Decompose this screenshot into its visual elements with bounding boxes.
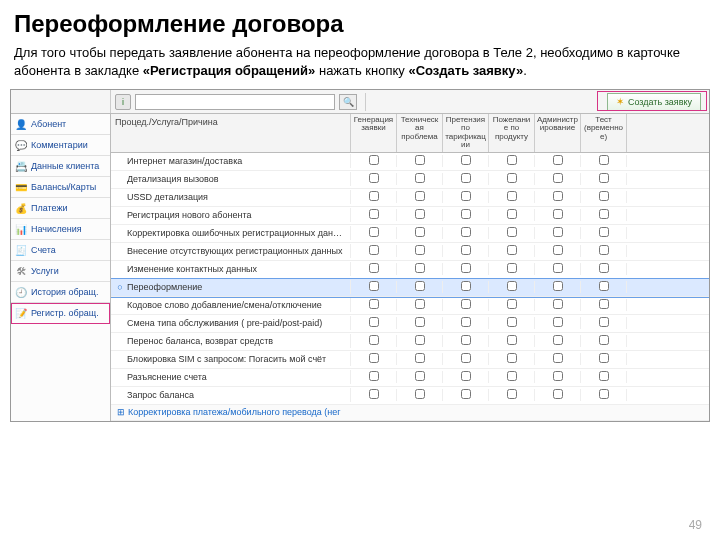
search-input[interactable] <box>135 94 335 110</box>
row-checkbox[interactable] <box>461 227 471 237</box>
row-checkbox[interactable] <box>461 389 471 399</box>
row-checkbox[interactable] <box>553 317 563 327</box>
row-checkbox[interactable] <box>507 335 517 345</box>
row-checkbox[interactable] <box>507 281 517 291</box>
row-checkbox[interactable] <box>415 227 425 237</box>
row-checkbox[interactable] <box>599 299 609 309</box>
row-checkbox[interactable] <box>415 371 425 381</box>
info-button[interactable]: i <box>115 94 131 110</box>
row-checkbox[interactable] <box>553 245 563 255</box>
table-row[interactable]: USSD детализация <box>111 189 709 207</box>
table-row[interactable]: Корректировка ошибочных регистрационных … <box>111 225 709 243</box>
row-checkbox[interactable] <box>369 173 379 183</box>
row-checkbox[interactable] <box>507 299 517 309</box>
sidebar-item-5[interactable]: 📊Начисления <box>11 219 110 240</box>
row-checkbox[interactable] <box>553 155 563 165</box>
row-checkbox[interactable] <box>369 155 379 165</box>
sidebar-item-8[interactable]: 🕘История обращ. <box>11 282 110 303</box>
row-checkbox[interactable] <box>369 317 379 327</box>
table-row[interactable]: Кодовое слово добавление/смена/отключени… <box>111 297 709 315</box>
sidebar-item-4[interactable]: 💰Платежи <box>11 198 110 219</box>
row-checkbox[interactable] <box>461 353 471 363</box>
row-checkbox[interactable] <box>507 371 517 381</box>
row-checkbox[interactable] <box>461 209 471 219</box>
row-checkbox[interactable] <box>415 263 425 273</box>
row-checkbox[interactable] <box>599 353 609 363</box>
row-checkbox[interactable] <box>369 299 379 309</box>
table-row[interactable]: Перенос баланса, возврат средств <box>111 333 709 351</box>
row-checkbox[interactable] <box>369 281 379 291</box>
sidebar-item-7[interactable]: 🛠Услуги <box>11 261 110 282</box>
row-checkbox[interactable] <box>599 263 609 273</box>
row-checkbox[interactable] <box>415 335 425 345</box>
row-checkbox[interactable] <box>369 245 379 255</box>
row-checkbox[interactable] <box>553 335 563 345</box>
sidebar-item-2[interactable]: 📇Данные клиента <box>11 156 110 177</box>
table-row[interactable]: Смена типа обслуживания ( pre-paid/post-… <box>111 315 709 333</box>
row-checkbox[interactable] <box>461 281 471 291</box>
sidebar-item-3[interactable]: 💳Балансы/Карты <box>11 177 110 198</box>
row-checkbox[interactable] <box>553 227 563 237</box>
row-checkbox[interactable] <box>369 209 379 219</box>
row-checkbox[interactable] <box>461 191 471 201</box>
create-request-button[interactable]: ✶ Создать заявку <box>607 93 701 111</box>
table-row[interactable]: Регистрация нового абонента <box>111 207 709 225</box>
row-checkbox[interactable] <box>415 191 425 201</box>
table-row[interactable]: Блокировка SIM с запросом: Погасить мой … <box>111 351 709 369</box>
row-checkbox[interactable] <box>461 245 471 255</box>
row-checkbox[interactable] <box>415 317 425 327</box>
row-checkbox[interactable] <box>415 173 425 183</box>
row-checkbox[interactable] <box>599 209 609 219</box>
row-checkbox[interactable] <box>369 263 379 273</box>
sidebar-item-1[interactable]: 💬Комментарии <box>11 135 110 156</box>
row-checkbox[interactable] <box>553 209 563 219</box>
row-checkbox[interactable] <box>553 191 563 201</box>
sidebar-item-0[interactable]: 👤Абонент <box>11 114 110 135</box>
row-checkbox[interactable] <box>461 299 471 309</box>
row-checkbox[interactable] <box>507 209 517 219</box>
sidebar-item-6[interactable]: 🧾Счета <box>11 240 110 261</box>
row-checkbox[interactable] <box>599 245 609 255</box>
row-checkbox[interactable] <box>553 281 563 291</box>
row-checkbox[interactable] <box>415 299 425 309</box>
row-checkbox[interactable] <box>553 353 563 363</box>
row-checkbox[interactable] <box>599 317 609 327</box>
row-checkbox[interactable] <box>507 155 517 165</box>
row-checkbox[interactable] <box>553 299 563 309</box>
row-checkbox[interactable] <box>415 353 425 363</box>
row-checkbox[interactable] <box>415 155 425 165</box>
row-checkbox[interactable] <box>415 281 425 291</box>
expand-row[interactable]: ⊞ Корректировка платежа/мобильного перев… <box>111 405 709 421</box>
row-checkbox[interactable] <box>461 173 471 183</box>
table-row[interactable]: Интернет магазин/доставка <box>111 153 709 171</box>
row-checkbox[interactable] <box>415 245 425 255</box>
table-row[interactable]: Запрос баланса <box>111 387 709 405</box>
row-checkbox[interactable] <box>599 173 609 183</box>
row-checkbox[interactable] <box>461 317 471 327</box>
row-checkbox[interactable] <box>599 227 609 237</box>
row-checkbox[interactable] <box>599 335 609 345</box>
table-row[interactable]: Детализация вызовов <box>111 171 709 189</box>
row-checkbox[interactable] <box>507 173 517 183</box>
sidebar-item-9[interactable]: 📝Регистр. обращ. <box>11 303 110 324</box>
row-checkbox[interactable] <box>369 335 379 345</box>
row-checkbox[interactable] <box>461 371 471 381</box>
row-checkbox[interactable] <box>369 227 379 237</box>
row-checkbox[interactable] <box>507 353 517 363</box>
table-row[interactable]: Изменение контактных данных <box>111 261 709 279</box>
row-checkbox[interactable] <box>369 191 379 201</box>
row-checkbox[interactable] <box>553 389 563 399</box>
row-checkbox[interactable] <box>507 227 517 237</box>
row-checkbox[interactable] <box>369 371 379 381</box>
row-checkbox[interactable] <box>599 389 609 399</box>
row-checkbox[interactable] <box>507 245 517 255</box>
row-checkbox[interactable] <box>461 335 471 345</box>
row-checkbox[interactable] <box>507 191 517 201</box>
row-checkbox[interactable] <box>415 209 425 219</box>
row-checkbox[interactable] <box>553 371 563 381</box>
table-row[interactable]: Внесение отсутствующих регистрационных д… <box>111 243 709 261</box>
row-checkbox[interactable] <box>553 173 563 183</box>
table-row[interactable]: ○Переоформление <box>111 279 709 297</box>
row-checkbox[interactable] <box>553 263 563 273</box>
row-checkbox[interactable] <box>599 155 609 165</box>
